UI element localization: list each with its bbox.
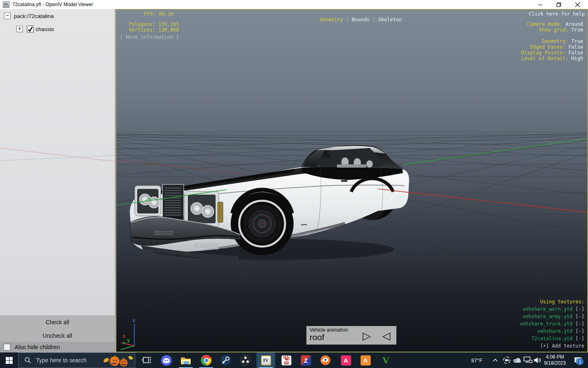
model-viewport[interactable]: z x y	[116, 9, 588, 352]
also-hide-children-label: Also hide children	[15, 344, 60, 350]
tab-bounds[interactable]: Bounds	[352, 17, 369, 22]
minimize-button[interactable]	[531, 0, 549, 9]
tree-chassis-label[interactable]: chassis	[36, 26, 54, 32]
chevron-up-icon	[493, 359, 498, 362]
door-handle	[341, 180, 347, 182]
axis-indicator: z x y	[120, 318, 135, 350]
taskbar-app-gtav[interactable]: V	[376, 352, 395, 368]
obs-icon	[240, 355, 251, 366]
texture-row: vehshare.ytd[-]	[519, 328, 584, 335]
taskbar-app-zmodeler[interactable]: Z	[296, 352, 315, 368]
task-view-button[interactable]	[137, 352, 156, 368]
catalina-badge	[301, 224, 307, 225]
taskbar-app-pink-a[interactable]: A	[336, 352, 355, 368]
tray-meet-now[interactable]	[501, 352, 512, 368]
animation-panel-title: Vehicle animation	[310, 327, 348, 333]
discord-icon	[161, 355, 172, 366]
axis-lines-far	[116, 160, 247, 174]
add-texture-button[interactable]: [+] Add texture	[519, 342, 584, 350]
texture-row: vehshare_worn.ytd[-]	[519, 305, 584, 313]
polygon-count: Polygons: 133,183	[129, 21, 179, 27]
collapse-icon[interactable]: −	[4, 13, 11, 19]
taskbar-app-discord[interactable]	[157, 352, 176, 368]
texture-row: vehshare_army.ytd[-]	[519, 313, 584, 320]
help-link[interactable]: Click here for help	[529, 11, 585, 17]
notification-badge: 1	[577, 358, 584, 365]
also-hide-children-checkbox[interactable]	[3, 343, 11, 351]
remove-texture-button[interactable]: [-]	[575, 306, 584, 312]
setting-show-grid[interactable]: Show grid: True	[521, 27, 583, 33]
start-button[interactable]	[0, 352, 18, 368]
taskbar-app-altv[interactable]: Λ	[356, 352, 375, 368]
checkmark-icon	[27, 26, 33, 32]
taskbar-clock[interactable]: 4:06 PM 9/18/2023	[541, 354, 568, 366]
meet-now-icon	[503, 356, 511, 364]
file-explorer-icon	[180, 355, 191, 365]
close-button[interactable]	[568, 0, 587, 9]
axis-overflow-lines	[0, 9, 115, 352]
windows-logo-icon	[6, 357, 13, 364]
window-title: 72catalina.yft - OpenIV Model Viewer	[12, 2, 93, 7]
side-mirror	[325, 154, 331, 157]
texture-list: Using textures: vehshare_worn.ytd[-] veh…	[519, 298, 584, 350]
reverse-animation-button[interactable]: ◁	[379, 327, 393, 344]
remove-texture-button[interactable]: [-]	[575, 321, 584, 327]
more-information-link[interactable]: [ More information ]	[120, 34, 179, 40]
search-input[interactable]	[36, 357, 105, 364]
reverse-icon: ◁	[382, 330, 390, 342]
windows-taskbar: IV Z A Λ V 87°F	[0, 352, 588, 368]
network-icon	[523, 357, 532, 364]
setting-level-of-detail[interactable]: Level of Detail: High	[521, 56, 583, 61]
remove-texture-button[interactable]: [-]	[575, 336, 584, 341]
vehicle-animation-panel: Vehicle animation roof ▷ ◁	[306, 326, 396, 345]
tab-skeleton[interactable]: Skeleton	[378, 17, 402, 22]
setting-edged-faces[interactable]: Edged Faces: False	[521, 44, 583, 50]
chassis-checkbox[interactable]	[27, 25, 34, 33]
restore-icon	[556, 2, 561, 7]
steam-icon	[220, 355, 231, 366]
clock-time: 4:06 PM	[541, 354, 568, 360]
play-animation-button[interactable]: ▷	[360, 327, 374, 344]
tab-geometry[interactable]: Geometry	[319, 17, 343, 22]
taskbar-app-obs[interactable]	[236, 352, 255, 368]
taskbar-search[interactable]	[18, 352, 135, 368]
uncheck-all-button[interactable]: Uncheck all	[0, 329, 115, 342]
tab-separator: |	[346, 17, 349, 22]
taskbar-app-openiv-active[interactable]: IV	[256, 352, 275, 368]
tab-separator: |	[372, 17, 375, 22]
tray-overflow-button[interactable]	[490, 352, 501, 368]
tray-network[interactable]	[523, 352, 533, 368]
texture-list-header: Using textures:	[519, 298, 584, 305]
halloween-pumpkins-decoration	[103, 354, 134, 368]
texture-row: vehshare_truck.ytd[-]	[519, 320, 584, 328]
also-hide-children-row[interactable]: Also hide children	[0, 342, 115, 352]
setting-display-points[interactable]: Display Points: False	[521, 50, 583, 56]
pink-a-app-icon: A	[341, 355, 351, 366]
weather-temperature[interactable]: 87°F	[471, 357, 483, 364]
taskbar-app-file-explorer[interactable]	[176, 352, 195, 368]
restore-button[interactable]	[550, 0, 568, 9]
z-axis-label: z	[132, 318, 135, 323]
tray-onedrive[interactable]	[512, 352, 523, 368]
check-all-button[interactable]: Check all	[0, 315, 115, 329]
front-wheel	[231, 190, 294, 255]
taskbar-app-red-white[interactable]	[277, 352, 296, 368]
setting-camera-mode[interactable]: Camera mode: Around	[521, 21, 583, 27]
turn-signal	[218, 202, 223, 222]
remove-texture-button[interactable]: [-]	[575, 314, 584, 319]
x-axis-label: x	[122, 333, 125, 339]
expand-icon[interactable]: +	[16, 26, 23, 32]
taskbar-app-chrome[interactable]	[197, 352, 216, 368]
remove-texture-button[interactable]: [-]	[575, 328, 584, 334]
tree-chassis-row[interactable]: + chassis	[16, 25, 54, 33]
tree-root-row[interactable]: − pack:/72catalina	[4, 13, 54, 19]
setting-geometry[interactable]: Geometry: True	[521, 38, 583, 44]
title-bar: IV 72catalina.yft - OpenIV Model Viewer	[0, 0, 588, 9]
taskbar-app-steam[interactable]	[216, 352, 235, 368]
close-icon	[575, 2, 580, 7]
viewer-settings-overlay: Camera mode: Around Show grid: True Geom…	[521, 21, 583, 61]
chrome-icon	[201, 355, 212, 366]
viewport-canvas[interactable]: z x y	[116, 10, 587, 352]
tree-root-label[interactable]: pack:/72catalina	[14, 13, 54, 19]
taskbar-app-blender[interactable]	[316, 352, 335, 368]
